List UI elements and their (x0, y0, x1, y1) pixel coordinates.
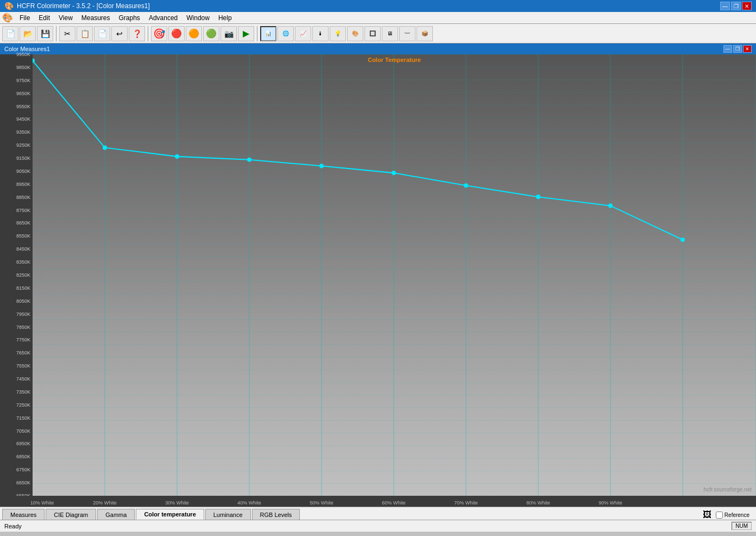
x-label-50: 50% White (310, 500, 333, 506)
inner-titlebar-controls: — ❐ ✕ (723, 45, 752, 53)
menu-file[interactable]: File (15, 13, 34, 23)
toolbar-separator-2 (148, 26, 148, 41)
view-sat-button[interactable]: 🔲 (364, 26, 381, 41)
menu-window[interactable]: Window (182, 13, 214, 23)
chart-svg (33, 54, 756, 496)
tab-colortemp[interactable]: Color temperature (136, 509, 204, 520)
menu-edit[interactable]: Edit (34, 13, 54, 23)
toolbar-separator-1 (56, 26, 56, 41)
view-wave-button[interactable]: 〰 (399, 26, 415, 41)
y-label: 6950K (16, 441, 30, 446)
y-label: 9150K (16, 155, 30, 161)
inner-minimize-button[interactable]: — (723, 45, 732, 53)
svg-point-14 (175, 154, 179, 159)
window-title: HCFR Colorimeter - 3.5.2 - [Color Measur… (17, 2, 150, 10)
y-label: 8150K (16, 285, 30, 291)
statusbar: Ready NUM (0, 520, 756, 532)
y-axis: 9950K9850K9750K9650K9550K9450K9350K9250K… (0, 54, 33, 496)
red-pattern-button[interactable]: 🔴 (168, 26, 185, 41)
y-label: 9750K (16, 78, 30, 83)
svg-point-17 (392, 171, 396, 175)
view-3d-button[interactable]: 📦 (417, 26, 433, 41)
tab-measures[interactable]: Measures (2, 509, 45, 520)
save-button[interactable]: 💾 (37, 26, 53, 41)
tab-rgb[interactable]: RGB Levels (252, 509, 300, 520)
tab-cie[interactable]: CIE Diagram (46, 509, 96, 520)
cut-button[interactable]: ✂ (59, 26, 75, 41)
restore-button[interactable]: ❐ (731, 2, 741, 10)
y-label: 9650K (16, 91, 30, 96)
chart-wrapper: 9950K9850K9750K9650K9550K9450K9350K9250K… (0, 54, 756, 507)
reference-area: 🖼 Reference (698, 510, 754, 520)
svg-rect-1 (33, 54, 756, 496)
view-rgb-button[interactable]: 🎨 (347, 26, 363, 41)
titlebar-left: 🎨 HCFR Colorimeter - 3.5.2 - [Color Meas… (4, 2, 150, 10)
y-label: 9550K (16, 104, 30, 109)
status-text: Ready (4, 523, 22, 529)
y-label: 7050K (16, 428, 30, 434)
view-cie-button[interactable]: 🌐 (278, 26, 294, 41)
inner-restore-button[interactable]: ❐ (733, 45, 742, 53)
camera-button[interactable]: 📷 (220, 26, 237, 41)
y-label: 7750K (16, 337, 30, 342)
y-label: 7950K (16, 311, 30, 317)
yellow-pattern-button[interactable]: 🟠 (186, 26, 202, 41)
y-label: 9850K (16, 65, 30, 70)
x-label-90: 90% White (598, 500, 622, 506)
chart-title: Color Temperature (368, 57, 421, 63)
menu-view[interactable]: View (54, 13, 77, 23)
minimize-button[interactable]: — (720, 2, 730, 10)
x-axis: 10% White 20% White 30% White 40% White … (0, 496, 756, 507)
view-lum-button[interactable]: 💡 (330, 26, 346, 41)
y-label: 9050K (16, 169, 30, 174)
x-label-10: 10% White (30, 500, 54, 506)
app-logo-icon: 🎨 (2, 13, 13, 23)
app-icon: 🎨 (4, 2, 14, 10)
titlebar-controls: — ❐ ✕ (720, 2, 752, 10)
new-button[interactable]: 📄 (2, 26, 18, 41)
svg-point-20 (608, 203, 613, 208)
menu-measures[interactable]: Measures (77, 13, 115, 23)
y-label: 7450K (16, 376, 30, 382)
menu-graphs[interactable]: Graphs (115, 13, 144, 23)
paste-button[interactable]: 📄 (94, 26, 110, 41)
chart-grid: Color Temperature (33, 54, 756, 496)
undo-button[interactable]: ↩ (111, 26, 128, 41)
view-screen-button[interactable]: 🖥 (382, 26, 398, 41)
y-label: 8450K (16, 246, 30, 252)
y-label: 7250K (16, 402, 30, 408)
run-button[interactable]: ▶ (238, 26, 254, 41)
tab-luminance[interactable]: Luminance (205, 509, 251, 520)
inner-close-button[interactable]: ✕ (743, 45, 752, 53)
chart-line (33, 61, 683, 240)
inner-titlebar: Color Measures1 — ❐ ✕ (0, 43, 756, 54)
svg-point-18 (464, 183, 468, 188)
x-label-40: 40% White (237, 500, 261, 506)
svg-point-12 (33, 59, 35, 63)
y-label: 8550K (16, 233, 30, 239)
reference-icon: 🖼 (703, 510, 711, 520)
y-label: 7850K (16, 325, 30, 330)
close-button[interactable]: ✕ (742, 2, 752, 10)
reference-checkbox[interactable] (716, 512, 723, 519)
measure-button[interactable]: 🎯 (151, 26, 167, 41)
view-colortemp-button[interactable]: 🌡 (312, 26, 329, 41)
view-measures-button[interactable]: 📊 (260, 26, 276, 41)
copy-button[interactable]: 📋 (77, 26, 93, 41)
y-label: 8850K (16, 195, 30, 200)
statusbar-right: NUM (732, 522, 752, 530)
toolbar-separator-3 (257, 26, 257, 41)
reference-label: Reference (716, 512, 749, 519)
help-button[interactable]: ❓ (129, 26, 145, 41)
green-pattern-button[interactable]: 🟢 (203, 26, 219, 41)
y-label: 8950K (16, 182, 30, 187)
x-label-20: 20% White (93, 500, 117, 506)
open-button[interactable]: 📂 (20, 26, 36, 41)
y-label: 9350K (16, 129, 30, 135)
menu-advanced[interactable]: Advanced (144, 13, 182, 23)
tab-gamma[interactable]: Gamma (97, 509, 135, 520)
menu-help[interactable]: Help (214, 13, 236, 23)
menubar: 🎨 File Edit View Measures Graphs Advance… (0, 12, 756, 24)
view-gamma-button[interactable]: 📈 (295, 26, 311, 41)
y-label: 7350K (16, 389, 30, 395)
